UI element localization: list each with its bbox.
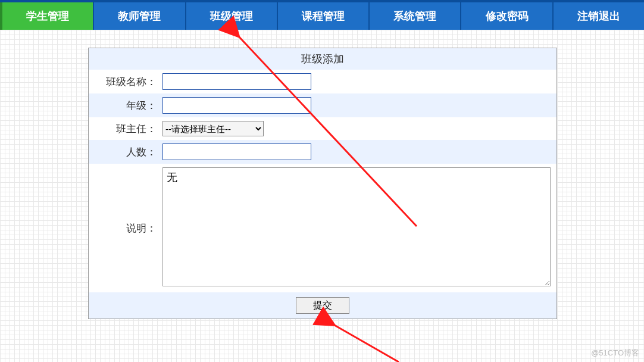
select-head-teacher[interactable]: --请选择班主任-- xyxy=(162,121,264,136)
label-class-name: 班级名称： xyxy=(89,75,160,89)
nav-label: 教师管理 xyxy=(118,9,161,23)
nav-label: 注销退出 xyxy=(577,9,620,23)
label-head-teacher: 班主任： xyxy=(89,122,160,136)
input-count[interactable] xyxy=(162,143,311,160)
nav-label: 课程管理 xyxy=(302,9,345,23)
nav-system[interactable]: 系统管理 xyxy=(370,2,461,30)
form-title: 班级添加 xyxy=(89,48,557,70)
row-submit: 提交 xyxy=(89,292,557,319)
row-grade: 年级： xyxy=(89,93,557,117)
nav-teacher[interactable]: 教师管理 xyxy=(94,2,186,30)
nav-class[interactable]: 班级管理 xyxy=(186,2,278,30)
nav-password[interactable]: 修改密码 xyxy=(461,2,553,30)
form-panel: 班级添加 班级名称： 年级： 班主任： --请选择班主任-- 人数： 说明： xyxy=(88,48,557,319)
nav-label: 学生管理 xyxy=(26,9,69,23)
label-count: 人数： xyxy=(89,145,160,159)
textarea-description[interactable] xyxy=(162,167,551,286)
row-class-name: 班级名称： xyxy=(89,70,557,93)
row-count: 人数： xyxy=(89,140,557,164)
label-description: 说明： xyxy=(89,221,160,235)
top-nav: 学生管理 教师管理 班级管理 课程管理 系统管理 修改密码 注销退出 xyxy=(0,0,644,30)
nav-label: 修改密码 xyxy=(486,9,529,23)
row-description: 说明： xyxy=(89,164,557,292)
svg-line-1 xyxy=(333,324,399,362)
row-head-teacher: 班主任： --请选择班主任-- xyxy=(89,117,557,140)
nav-label: 班级管理 xyxy=(210,9,253,23)
submit-button[interactable]: 提交 xyxy=(296,297,349,314)
watermark: @51CTO博客 xyxy=(591,348,639,358)
label-grade: 年级： xyxy=(89,99,160,113)
input-class-name[interactable] xyxy=(162,73,311,90)
input-grade[interactable] xyxy=(162,97,311,114)
nav-logout[interactable]: 注销退出 xyxy=(554,2,644,30)
nav-student[interactable]: 学生管理 xyxy=(0,2,94,30)
nav-course[interactable]: 课程管理 xyxy=(278,2,370,30)
nav-label: 系统管理 xyxy=(393,9,436,23)
